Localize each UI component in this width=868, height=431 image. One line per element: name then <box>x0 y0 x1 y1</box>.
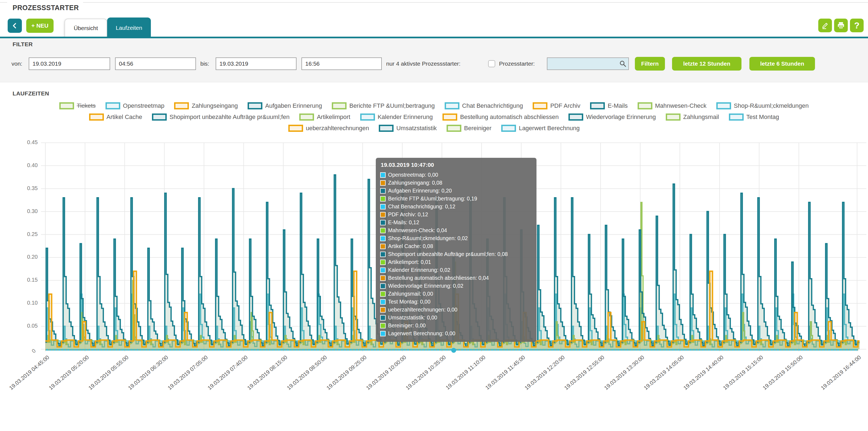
y-tick-label: 0.15 <box>16 277 38 283</box>
print-button[interactable] <box>834 19 848 32</box>
legend-item[interactable]: Zahlungsmail <box>666 114 719 121</box>
tooltip-entry: Bestellung automatisch abschliessen: 0,0… <box>380 274 532 282</box>
legend-label: Artikel Cache <box>106 114 143 121</box>
tooltip-series-icon <box>380 299 385 305</box>
legend-swatch-icon <box>568 114 583 121</box>
legend-item[interactable]: Bestellung automatisch abschliessen <box>442 114 559 121</box>
filter-section-title: FILTER <box>12 41 33 48</box>
y-tick-label: 0.25 <box>16 231 38 237</box>
tooltip-entry-text: Mahnwesen-Check: 0,04 <box>388 227 447 234</box>
legend-label: Zahlungsmail <box>683 114 719 121</box>
tooltip-entry-text: Lagerwert Berechnung: 0,00 <box>388 331 455 337</box>
y-tick-label: 0.20 <box>16 254 38 260</box>
legend-item[interactable]: Bereiniger <box>446 125 491 132</box>
last-6-hours-button[interactable]: letzte 6 Stunden <box>749 57 815 70</box>
legend-item[interactable]: Lagerwert Berechnung <box>501 125 580 132</box>
legend-item[interactable]: Artikelimport <box>299 114 350 121</box>
legend-item[interactable]: Artikel Cache <box>89 114 143 121</box>
new-button[interactable]: + NEU <box>26 19 54 33</box>
von-time-field[interactable] <box>115 57 196 70</box>
legend-item[interactable]: Aufgaben Erinnerung <box>248 102 322 109</box>
tooltip-entry-text: PDF Archiv: 0,12 <box>388 211 428 218</box>
legend-item[interactable]: Test Montag <box>729 114 779 121</box>
laufzeiten-section-title: LAUFZEITEN <box>12 90 49 97</box>
tooltip-series-icon <box>380 228 385 233</box>
prozessstarter-label: Prozesstarter: <box>499 57 535 70</box>
chevron-left-icon <box>11 22 18 29</box>
legend-swatch-icon <box>248 102 262 109</box>
filtern-button[interactable]: Filtern <box>635 57 665 70</box>
legend-item[interactable]: Tickets <box>59 102 96 109</box>
only-active-label: nur 4 aktivste Prozessstarter: <box>386 57 461 70</box>
tooltip-entry-text: Shop-R&uuml;ckmeldungen: 0,02 <box>388 235 468 241</box>
tooltip-series-icon <box>380 283 385 289</box>
legend-item[interactable]: Shop-R&uuml;ckmeldungen <box>716 102 809 109</box>
pencil-icon <box>821 21 829 30</box>
tooltip-entry-text: Artikelimport: 0,01 <box>388 259 431 265</box>
tooltip-entry: Wiedervorlage Erinnerung: 0,02 <box>380 282 532 290</box>
bis-date-field[interactable] <box>216 57 297 70</box>
back-button[interactable] <box>8 19 22 33</box>
von-date-field[interactable] <box>29 57 110 70</box>
only-active-checkbox[interactable] <box>488 60 495 67</box>
legend-label: Bereiniger <box>464 125 491 132</box>
legend-label: Tickets <box>77 102 96 109</box>
legend-label: E-Mails <box>608 102 627 109</box>
bis-time-field[interactable] <box>302 57 382 70</box>
y-tick-label: 0.45 <box>16 139 38 145</box>
tooltip-series-icon <box>380 323 385 328</box>
legend-label: PDF Archiv <box>550 102 580 109</box>
tooltip-entry-text: ueberzahlterechnungen: 0,00 <box>388 307 458 313</box>
tooltip-entry: Zahlungsmail: 0,00 <box>380 290 532 298</box>
legend-swatch-icon <box>445 102 459 109</box>
tooltip-series-icon <box>380 236 385 241</box>
tooltip-entry: Shop-R&uuml;ckmeldungen: 0,02 <box>380 234 532 242</box>
legend-item[interactable]: Kalender Erinnerung <box>360 114 433 121</box>
tooltip-entry: Test Montag: 0,00 <box>380 298 532 306</box>
tab-laufzeiten[interactable]: Laufzeiten <box>107 18 151 38</box>
legend-item[interactable]: ueberzahlterechnungen <box>288 125 369 132</box>
legend-label: Shop-R&uuml;ckmeldungen <box>734 102 809 109</box>
tooltip-series-icon <box>380 276 385 281</box>
edit-button[interactable] <box>818 19 832 32</box>
legend-item[interactable]: Shopimport unbezahlte Aufträge pr&uuml;f… <box>152 114 289 121</box>
legend-item[interactable]: PDF Archiv <box>533 102 580 109</box>
tooltip-entry-text: Artikel Cache: 0,08 <box>388 243 433 250</box>
legend-item[interactable]: Wiedervorlage Erinnerung <box>568 114 656 121</box>
legend-swatch-icon <box>332 102 346 109</box>
legend-item[interactable]: Zahlungseingang <box>174 102 238 109</box>
legend-item[interactable]: Mahnwesen-Check <box>638 102 707 109</box>
tooltip-entry: Chat Benachrichtigung: 0,12 <box>380 203 532 210</box>
tooltip-entry-text: E-Mails: 0,12 <box>388 219 419 226</box>
tab-uebersicht[interactable]: Übersicht <box>64 19 107 37</box>
question-icon: ? <box>854 21 860 31</box>
legend-swatch-icon <box>729 114 744 121</box>
tooltip-entry-text: Openstreetmap: 0,00 <box>388 172 438 178</box>
chart-tooltip: 19.03.2019 10:47:00 Openstreetmap: 0,00Z… <box>376 158 536 342</box>
y-tick-label: 0.10 <box>16 300 38 306</box>
y-tick-label: 0.30 <box>16 208 38 214</box>
legend-swatch-icon <box>299 114 314 121</box>
prozessstarter-search-input[interactable] <box>547 57 629 70</box>
tooltip-entry: Mahnwesen-Check: 0,04 <box>380 226 532 234</box>
page-title: PROZESSSTARTER <box>12 4 79 12</box>
legend-label: Shopimport unbezahlte Aufträge pr&uuml;f… <box>169 114 289 121</box>
y-zero-label: 0 <box>31 348 37 354</box>
tooltip-series-icon <box>380 204 385 209</box>
chart-legend: TicketsOpenstreetmapZahlungseingangAufga… <box>0 102 868 136</box>
help-button[interactable]: ? <box>850 19 864 32</box>
tooltip-entry: Openstreetmap: 0,00 <box>380 171 532 179</box>
tooltip-series-icon <box>380 315 385 320</box>
legend-item[interactable]: Chat Benachrichtigung <box>445 102 523 109</box>
tooltip-entry-text: Aufgaben Erinnerung: 0,20 <box>388 188 452 194</box>
legend-item[interactable]: Umsatzstatistik <box>379 125 437 132</box>
legend-item[interactable]: Berichte FTP &Uuml;bertragung <box>332 102 435 109</box>
tooltip-series-icon <box>380 244 385 249</box>
legend-item[interactable]: Openstreetmap <box>105 102 164 109</box>
legend-label: Lagerwert Berechnung <box>519 125 580 132</box>
legend-item[interactable]: E-Mails <box>590 102 627 109</box>
last-12-hours-button[interactable]: letzte 12 Stunden <box>672 57 741 70</box>
tooltip-entry: E-Mails: 0,12 <box>380 219 532 226</box>
tooltip-series-icon <box>380 252 385 257</box>
legend-swatch-icon <box>446 125 461 132</box>
